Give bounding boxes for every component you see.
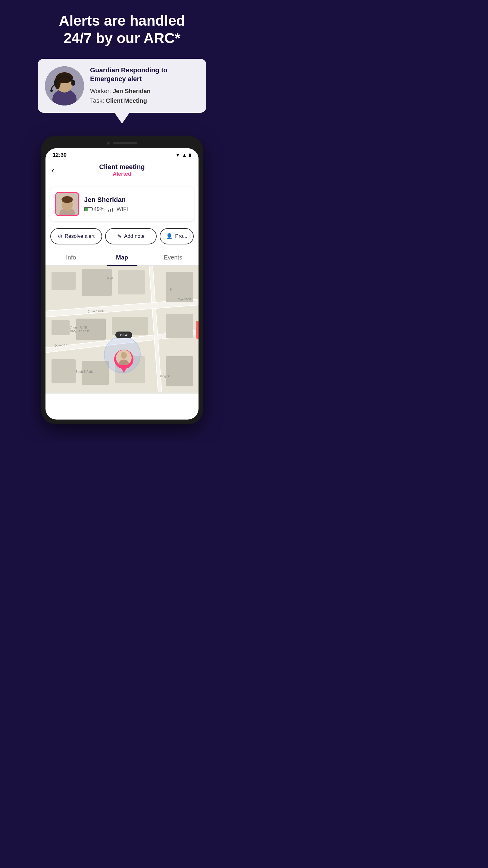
signal-bars <box>108 207 113 212</box>
header-content: Client meeting Alerted <box>99 163 145 177</box>
battery-status: 49% <box>84 206 104 213</box>
headline-line2: 24/7 by our ARC* <box>64 30 181 46</box>
camera-dot <box>107 142 110 145</box>
svg-rect-24 <box>52 320 70 335</box>
operator-avatar <box>45 66 84 105</box>
worker-stats: 49% WIFI <box>84 206 189 213</box>
battery-percent: 49% <box>94 206 104 213</box>
side-alert-indicator <box>196 321 198 339</box>
phone-device-wrapper: 12:30 ▼ ▲ ▮ ‹ Client meeting Alerted <box>41 135 203 424</box>
profile-label: Pro... <box>175 233 187 239</box>
task-title: Client meeting <box>99 163 145 171</box>
svg-rect-32 <box>166 356 193 386</box>
svg-rect-31 <box>166 314 193 338</box>
svg-text:⚙: ⚙ <box>169 288 172 291</box>
svg-rect-8 <box>71 80 75 86</box>
svg-rect-23 <box>118 270 145 294</box>
edit-icon: ✎ <box>117 233 122 240</box>
back-button[interactable]: ‹ <box>52 165 54 175</box>
notification-text: Guardian Responding to Emergency alert W… <box>90 66 199 105</box>
svg-text:Tombland: Tombland <box>178 297 191 301</box>
headline: Alerts are handled 24/7 by our ARC* <box>53 12 191 47</box>
svg-text:Haart: Haart <box>106 277 113 280</box>
worker-avatar <box>55 192 79 216</box>
status-icons: ▼ ▲ ▮ <box>175 152 191 158</box>
map-svg: Church Alley Queen St Tombland Haart Chu… <box>45 266 198 393</box>
svg-rect-27 <box>52 359 76 383</box>
notification-task: Task: Client Meeting <box>90 96 199 105</box>
worker-card: Jen Sheridan 49% WI <box>50 187 194 221</box>
svg-rect-6 <box>54 80 58 86</box>
speaker-grill <box>113 142 137 144</box>
svg-text:now: now <box>120 333 128 337</box>
signal-icon: ▲ <box>182 153 187 158</box>
notification-title: Guardian Responding to Emergency alert <box>90 66 199 83</box>
tab-map[interactable]: Map <box>96 249 147 265</box>
app-header: ‹ Client meeting Alerted <box>45 161 198 182</box>
resolve-icon: ⊘ <box>58 233 62 240</box>
connection-type: WIFI <box>117 206 128 213</box>
phone-screen: 12:30 ▼ ▲ ▮ ‹ Client meeting Alerted <box>45 148 198 420</box>
signal-bar-2 <box>110 209 111 212</box>
add-note-label: Add note <box>124 233 144 239</box>
svg-text:King St: King St <box>160 375 170 378</box>
svg-rect-25 <box>76 318 106 340</box>
headline-line1: Alerts are handled <box>59 13 185 29</box>
battery-bar <box>84 207 93 211</box>
profile-icon: 👤 <box>166 233 173 240</box>
resolve-label: Resolve alert <box>65 233 95 239</box>
phone-camera-bar <box>45 141 198 146</box>
svg-point-47 <box>121 352 127 359</box>
notification-worker: Worker: Jen Sheridan <box>90 86 199 96</box>
svg-rect-21 <box>52 272 76 290</box>
status-time: 12:30 <box>53 152 67 158</box>
tab-events[interactable]: Events <box>148 249 198 265</box>
battery-fill <box>85 208 88 211</box>
svg-text:Strutt & Park...: Strutt & Park... <box>76 370 95 373</box>
profile-button[interactable]: 👤 Pro... <box>160 228 194 244</box>
worker-info: Jen Sheridan 49% WI <box>84 196 189 213</box>
signal-bar-3 <box>112 208 113 212</box>
signal-bar-1 <box>108 210 109 212</box>
svg-rect-22 <box>82 269 112 296</box>
tab-info[interactable]: Info <box>45 249 96 265</box>
notification-card: Guardian Responding to Emergency alert W… <box>38 59 206 113</box>
battery-icon: ▮ <box>189 152 191 158</box>
phone-device: 12:30 ▼ ▲ ▮ ‹ Client meeting Alerted <box>41 135 203 424</box>
svg-text:Queen St: Queen St <box>55 343 67 347</box>
svg-text:Church Of St: Church Of St <box>70 326 87 329</box>
svg-point-7 <box>50 90 53 92</box>
status-bar: 12:30 ▼ ▲ ▮ <box>45 148 198 161</box>
map-area[interactable]: Church Alley Queen St Tombland Haart Chu… <box>45 266 198 394</box>
svg-text:Mary The Less: Mary The Less <box>70 330 90 333</box>
wifi-icon: ▼ <box>175 153 180 158</box>
svg-point-13 <box>62 196 73 203</box>
tab-bar: Info Map Events <box>45 249 198 266</box>
add-note-button[interactable]: ✎ Add note <box>105 228 157 244</box>
action-buttons: ⊘ Resolve alert ✎ Add note 👤 Pro... <box>45 226 198 249</box>
resolve-alert-button[interactable]: ⊘ Resolve alert <box>50 228 102 244</box>
alert-status: Alerted <box>99 171 145 177</box>
worker-name: Jen Sheridan <box>84 196 189 204</box>
